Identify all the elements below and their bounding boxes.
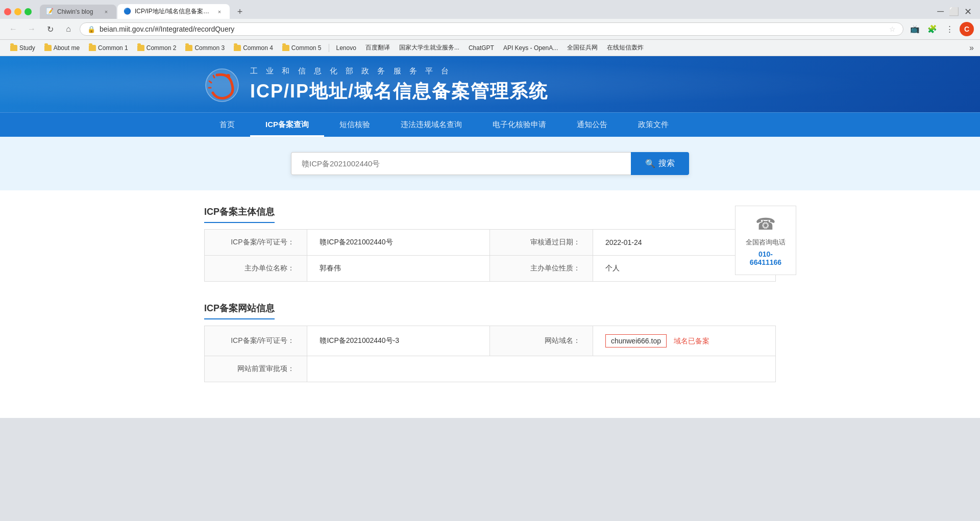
header-text: 工 业 和 信 息 化 部 政 务 服 务 平 台 ICP/IP地址/域名信息备… — [250, 66, 548, 104]
tab1-close-icon[interactable]: × — [102, 8, 110, 16]
folder-icon — [234, 45, 241, 51]
folder-icon — [185, 45, 192, 51]
bookmark-label: 百度翻译 — [365, 43, 390, 52]
bookmark-label: Study — [19, 44, 35, 52]
table-row: ICP备案/许可证号： 赣ICP备2021002440号 审核通过日期： 202… — [205, 230, 776, 256]
window-close-icon[interactable]: ✕ — [964, 6, 972, 17]
browser-toolbar: ← → ↻ ⌂ 🔒 ☆ 📺 🧩 ⋮ C — [0, 19, 980, 40]
main-content: ☎ 全国咨询电话 010-66411166 ICP备案主体信息 ICP备案/许可… — [184, 190, 796, 418]
address-bar: 🔒 ☆ — [80, 22, 903, 36]
nav-sms-verify[interactable]: 短信核验 — [324, 113, 385, 137]
site-nav: 首页 ICP备案查询 短信核验 违法违规域名查询 电子化核验申请 通知公告 政策… — [0, 112, 980, 137]
folder-icon — [44, 45, 52, 51]
folder-icon — [10, 45, 17, 51]
side-panel: ☎ 全国咨询电话 010-66411166 — [735, 206, 796, 275]
search-area: 🔍 搜索 — [0, 137, 980, 190]
bookmark-label: Common 3 — [194, 44, 225, 52]
icp-subject-title: ICP备案主体信息 — [204, 206, 275, 223]
bookmark-common4[interactable]: Common 4 — [230, 43, 277, 53]
minimize-button[interactable] — [14, 8, 21, 15]
home-button[interactable]: ⌂ — [61, 22, 76, 36]
folder-icon — [282, 45, 289, 51]
close-button[interactable] — [4, 8, 11, 15]
refresh-button[interactable]: ↻ — [43, 22, 57, 36]
icp-website-table: ICP备案/许可证号： 赣ICP备2021002440号-3 网站域名： chu… — [204, 326, 776, 382]
label-org-type: 主办单位性质： — [490, 256, 593, 282]
more-menu-icon[interactable]: ⋮ — [942, 22, 957, 36]
folder-icon — [137, 45, 144, 51]
address-input[interactable] — [100, 25, 885, 33]
svg-point-1 — [226, 74, 230, 78]
window-restore-icon[interactable]: ⬜ — [949, 7, 959, 16]
browser-window: 📝 Chiwin's blog × 🔵 ICP/IP地址/域名信息备案管理系统 … — [0, 0, 980, 521]
bookmarks-bar: Study About me Common 1 Common 2 Common … — [0, 40, 980, 56]
search-input[interactable] — [291, 152, 631, 175]
more-bookmarks-icon[interactable]: » — [969, 43, 974, 53]
icp-subject-table: ICP备案/许可证号： 赣ICP备2021002440号 审核通过日期： 202… — [204, 229, 776, 282]
bookmark-common3[interactable]: Common 3 — [181, 43, 229, 53]
tab2-close-icon[interactable]: × — [215, 8, 224, 16]
header-title: ICP/IP地址/域名信息备案管理系统 — [250, 79, 548, 104]
bookmark-study[interactable]: Study — [6, 43, 39, 53]
bookmark-label: 国家大学生就业服务... — [399, 43, 459, 52]
tab1-favicon: 📝 — [46, 8, 54, 16]
search-button[interactable]: 🔍 搜索 — [631, 152, 689, 175]
bookmark-label: Lenovo — [336, 44, 356, 52]
bookmark-api-keys[interactable]: API Keys - OpenA... — [499, 43, 562, 53]
bookmark-zhengbing[interactable]: 全国征兵网 — [563, 42, 602, 54]
bookmark-label: Common 1 — [98, 44, 128, 52]
tab2-favicon: 🔵 — [124, 8, 132, 16]
nav-policy[interactable]: 政策文件 — [623, 113, 684, 137]
maximize-button[interactable] — [24, 8, 32, 15]
nav-notice[interactable]: 通知公告 — [561, 113, 623, 137]
value-icp-no-site: 赣ICP备2021002440号-3 — [307, 326, 490, 356]
bookmark-label: ChatGPT — [469, 44, 494, 52]
toolbar-icons: 📺 🧩 ⋮ C — [908, 22, 974, 36]
nav-electronic-verify[interactable]: 电子化核验申请 — [477, 113, 561, 137]
bookmark-chatgpt[interactable]: ChatGPT — [464, 43, 498, 53]
header-subtitle: 工 业 和 信 息 化 部 政 务 服 务 平 台 — [250, 66, 548, 76]
bookmark-common5[interactable]: Common 5 — [278, 43, 326, 53]
tab-icp[interactable]: 🔵 ICP/IP地址/域名信息备案管理系统 × — [117, 4, 230, 19]
nav-illegal-query[interactable]: 违法违规域名查询 — [385, 113, 477, 137]
value-icp-no: 赣ICP备2021002440号 — [307, 230, 490, 256]
back-button[interactable]: ← — [6, 22, 20, 36]
label-pre-approval: 网站前置审批项： — [205, 356, 307, 382]
bookmark-label: Common 4 — [243, 44, 273, 52]
bookmark-employment[interactable]: 国家大学生就业服务... — [395, 42, 463, 54]
bookmark-star-icon[interactable]: ☆ — [889, 25, 896, 33]
cast-icon[interactable]: 📺 — [908, 22, 922, 36]
icp-subject-section: ICP备案主体信息 ICP备案/许可证号： 赣ICP备2021002440号 审… — [204, 206, 776, 282]
bookmark-label: Common 2 — [146, 44, 177, 52]
new-tab-button[interactable]: + — [233, 5, 247, 19]
bookmark-common2[interactable]: Common 2 — [133, 43, 181, 53]
bookmark-label: Common 5 — [291, 44, 322, 52]
label-approve-date: 审核通过日期： — [490, 230, 593, 256]
icp-website-title: ICP备案网站信息 — [204, 302, 275, 319]
bookmark-label: About me — [54, 44, 80, 52]
nav-icp-query[interactable]: ICP备案查询 — [250, 113, 324, 137]
table-row: ICP备案/许可证号： 赣ICP备2021002440号-3 网站域名： chu… — [205, 326, 776, 356]
domain-status-badge: 域名已备案 — [674, 337, 709, 346]
table-row: 主办单位名称： 郭春伟 主办单位性质： 个人 — [205, 256, 776, 282]
folder-icon — [89, 45, 96, 51]
bookmark-baidu-translate[interactable]: 百度翻译 — [361, 42, 394, 54]
bookmark-lenovo[interactable]: Lenovo — [332, 43, 360, 53]
bookmark-label: API Keys - OpenA... — [503, 44, 558, 52]
bookmark-sms-bomb[interactable]: 在线短信轰炸 — [603, 42, 648, 54]
bookmark-separator — [329, 44, 329, 52]
tab-chiwin-blog[interactable]: 📝 Chiwin's blog × — [40, 5, 116, 19]
profile-icon[interactable]: C — [960, 22, 974, 36]
page-content: 工 业 和 信 息 化 部 政 务 服 务 平 台 ICP/IP地址/域名信息备… — [0, 56, 980, 418]
label-domain: 网站域名： — [490, 326, 593, 356]
bookmark-common1[interactable]: Common 1 — [85, 43, 132, 53]
window-minimize-icon[interactable]: ─ — [937, 6, 944, 17]
bookmark-label: 全国征兵网 — [567, 43, 598, 52]
table-row: 网站前置审批项： — [205, 356, 776, 382]
value-pre-approval — [307, 356, 776, 382]
forward-button[interactable]: → — [24, 22, 39, 36]
extensions-icon[interactable]: 🧩 — [925, 22, 939, 36]
site-logo — [204, 67, 240, 103]
bookmark-about-me[interactable]: About me — [40, 43, 84, 53]
nav-home[interactable]: 首页 — [204, 113, 250, 137]
